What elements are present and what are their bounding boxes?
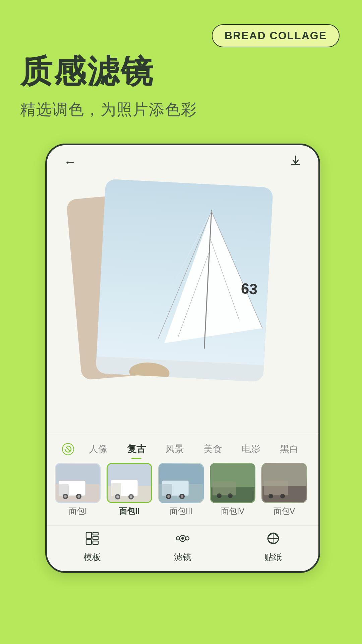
filter-label-bread3: 面包III — [170, 506, 192, 517]
svg-point-45 — [268, 494, 273, 498]
svg-point-39 — [217, 493, 222, 498]
svg-rect-22 — [111, 483, 121, 496]
photo-card-front: 63 — [96, 179, 273, 382]
nav-sticker[interactable]: 贴纸 — [264, 531, 282, 563]
svg-rect-47 — [86, 532, 92, 538]
filter-cat-portrait[interactable]: 人像 — [84, 441, 112, 458]
nav-filter-label: 滤镜 — [174, 551, 191, 563]
filter-reset-button[interactable] — [62, 443, 74, 455]
filter-thumb-bread2[interactable]: 面包II — [107, 463, 152, 517]
sticker-icon — [266, 531, 281, 549]
svg-rect-14 — [59, 484, 69, 496]
filter-cat-food[interactable]: 美食 — [199, 441, 227, 458]
filter-thumb-bread1[interactable]: 面包I — [55, 463, 101, 517]
sub-title: 精选调色，为照片添色彩 — [20, 99, 345, 120]
filter-cat-bw[interactable]: 黑白 — [275, 441, 303, 458]
download-button[interactable] — [290, 155, 302, 170]
svg-rect-38 — [213, 481, 236, 495]
svg-text:63: 63 — [241, 280, 258, 297]
phone-mockup: ← — [45, 144, 320, 573]
brand-label: BREAD COLLAGE — [225, 30, 327, 42]
filter-label-bread4: 面包IV — [221, 506, 245, 517]
back-button[interactable]: ← — [64, 155, 76, 169]
nav-template-label: 模板 — [83, 551, 101, 563]
svg-point-24 — [116, 495, 119, 498]
filter-icon — [175, 531, 190, 549]
filter-label-bread5: 面包V — [274, 506, 295, 517]
svg-point-55 — [176, 537, 180, 540]
svg-point-26 — [130, 495, 132, 498]
filter-label-bread1: 面包I — [69, 506, 87, 517]
svg-point-16 — [64, 495, 67, 498]
nav-sticker-label: 贴纸 — [264, 551, 282, 563]
filter-tabs: 人像 复古 风景 美食 电影 黑白 — [47, 434, 318, 525]
svg-point-40 — [228, 493, 233, 498]
filter-thumbnails: 面包I — [47, 463, 318, 522]
filter-cat-film[interactable]: 电影 — [237, 441, 265, 458]
svg-point-53 — [181, 537, 184, 540]
svg-rect-44 — [264, 481, 288, 495]
svg-rect-49 — [93, 536, 98, 540]
bottom-nav: 模板 滤镜 — [47, 525, 318, 571]
brand-badge: BREAD COLLAGE — [212, 24, 340, 47]
phone-topbar: ← — [47, 145, 318, 176]
svg-rect-48 — [93, 532, 98, 535]
svg-rect-51 — [93, 541, 98, 544]
template-icon — [85, 531, 100, 549]
filter-cat-retro[interactable]: 复古 — [122, 441, 150, 458]
filter-cat-landscape[interactable]: 风景 — [161, 441, 189, 458]
photo-area: 63 — [47, 176, 318, 434]
filter-thumb-bread5[interactable]: 面包V — [261, 463, 307, 517]
svg-point-18 — [77, 495, 80, 498]
svg-point-46 — [280, 494, 285, 498]
filter-category-row: 人像 复古 风景 美食 电影 黑白 — [47, 441, 318, 458]
filter-label-bread2: 面包II — [119, 506, 139, 517]
nav-filter[interactable]: 滤镜 — [174, 531, 191, 563]
svg-point-34 — [181, 495, 183, 498]
svg-point-32 — [167, 495, 170, 498]
svg-point-54 — [186, 537, 189, 540]
nav-template[interactable]: 模板 — [83, 531, 101, 563]
filter-thumb-bread3[interactable]: 面包III — [158, 463, 204, 517]
svg-rect-50 — [86, 540, 92, 544]
svg-line-10 — [66, 447, 70, 451]
filter-thumb-bread4[interactable]: 面包IV — [210, 463, 255, 517]
svg-rect-30 — [162, 484, 172, 496]
main-title: 质感滤镜 — [20, 54, 345, 89]
page-wrapper: BREAD COLLAGE 质感滤镜 精选调色，为照片添色彩 ← — [0, 0, 362, 644]
